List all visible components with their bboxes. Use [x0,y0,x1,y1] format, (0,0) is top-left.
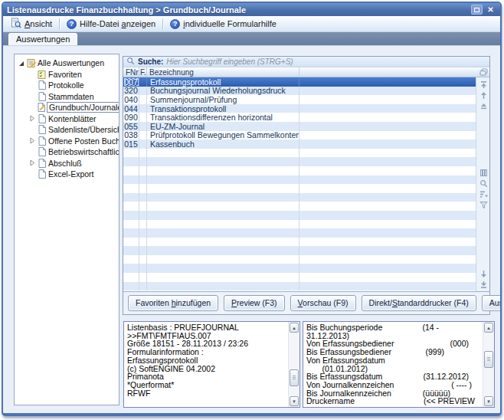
toolbar-button-ansicht[interactable]: Ansicht [6,16,57,31]
tree-item-saldenliste-bersicht[interactable]: Saldenliste/Übersicht [15,124,119,136]
close-window-button[interactable]: ✕ [485,5,496,15]
cell-f [139,157,147,166]
parameter-info-scrollbar[interactable]: ▲ ▼ [483,322,494,407]
cell-name: Summenjournal/Prüfung [147,95,299,104]
scrollbar-thumb[interactable] [290,369,299,386]
table-row-320[interactable]: 320Buchungsjournal Wiederholungsdruck [123,87,476,96]
tree-item-grundbuch-journale[interactable]: Grundbuch/Journale [15,102,119,113]
cell-rest [299,193,476,202]
collapsed-icon[interactable] [27,159,37,166]
table-row-empty[interactable] [123,157,476,166]
columns-icon[interactable] [479,168,488,177]
cell-rest [299,131,476,140]
table-row-015[interactable]: 015Kassenbuch [123,139,476,149]
search-icon[interactable] [479,179,488,188]
tree-item-stammdaten[interactable]: Stammdaten [15,91,119,103]
table-row-empty[interactable] [123,166,476,176]
tree-item-label: Stammdaten [47,92,96,101]
column-header-f[interactable]: F. [139,67,147,77]
scrollbar-thumb[interactable] [484,351,493,368]
cell-fnr [123,246,139,255]
doc-icon [37,136,47,146]
scroll-top-icon[interactable] [479,80,488,89]
tree-item-alle-auswertungen[interactable]: Alle Auswertungen [15,57,119,69]
cell-rest [299,264,476,273]
collapsed-icon[interactable] [27,115,37,122]
tree-item-protokolle[interactable]: Protokolle [15,80,119,91]
preview-f3--button[interactable]: Preview (F3) [224,295,285,311]
table-row-empty[interactable] [123,184,476,193]
content-area: Alle AuswertungenFavoritenProtokolleStam… [3,46,500,413]
favorites-icon [37,70,47,79]
cell-fnr [123,166,139,176]
table-row-empty[interactable] [123,238,476,247]
table-row-040[interactable]: 040Summenjournal/Prüfung [123,95,476,104]
cell-name [147,264,299,273]
tree-item-betriebswirtschaftliche-auswertungen[interactable]: Betriebswirtschaftliche Auswertungen [15,146,119,158]
cell-name [147,273,299,282]
column-header-bezeichnung[interactable]: Bezeichnung [147,67,299,77]
scroll-down-icon[interactable]: ▼ [290,396,299,406]
restore-window-button[interactable] [471,5,483,15]
expanded-icon[interactable] [16,60,26,67]
cell-f [139,264,147,273]
column-header-empty [299,67,489,77]
tree-item-label: Saldenliste/Übersicht [47,125,119,134]
table-row-empty[interactable] [123,149,476,158]
form-info-scrollbar[interactable]: ▲ ▼ [288,322,299,407]
move-down-icon[interactable] [479,269,488,278]
cell-name [147,166,299,176]
table-row-empty[interactable] [123,255,476,264]
cell-name: Transaktionsdifferenzen horizontal [147,113,299,122]
cell-name: Kassenbuch [147,139,299,149]
sort-icon[interactable] [479,189,488,199]
table-row-empty[interactable] [123,193,476,202]
cell-f [139,228,147,238]
table-row-empty[interactable] [123,282,476,291]
doc-edit-icon [37,103,47,112]
auswertung-drucken-button[interactable]: Auswertung drucken [482,295,502,311]
table-row-044[interactable]: 044Transaktionsprotokoll [123,104,476,113]
table-row-empty[interactable] [123,273,476,282]
cell-f [139,87,147,96]
cell-fnr: 007 [123,77,139,87]
table-row-empty[interactable] [123,220,476,229]
tree-item-favoriten[interactable]: Favoriten [15,69,119,80]
collapsed-icon[interactable] [27,137,37,144]
table-row-empty[interactable] [123,211,476,220]
cell-rest [299,139,476,149]
tree-item-kontenbl-tter[interactable]: Kontenblätter [15,113,119,125]
vorschau-f9--button[interactable]: Vorschau (F9) [290,295,356,311]
scroll-up-icon[interactable]: ▲ [484,323,493,333]
table-row-055[interactable]: 055EU-ZM-Journal [123,122,476,131]
tab-auswertungen[interactable]: Auswertungen [8,33,77,45]
tree-item-offene-posten-buchhaltung[interactable]: Offene Posten Buchhaltung [15,136,119,147]
move-up-icon[interactable] [479,90,488,100]
search-bar[interactable]: Suche: Hier Suchbegriff eingeben (STRG+S… [123,57,489,67]
filter-icon[interactable] [479,200,488,209]
cell-fnr [123,238,139,247]
scroll-bottom-icon[interactable] [479,280,488,289]
toolbar-button-formularhilfe[interactable]: ? individuelle Formularhilfe [165,18,281,31]
toolbar-button-hilfe-datei[interactable]: ? Hilfe-Datei anzeigen [62,18,160,31]
table-row-empty[interactable] [123,264,476,273]
cell-f [139,273,147,282]
scroll-up-icon[interactable]: ▲ [290,323,299,333]
direkt-standarddrucker-f4--button[interactable]: Direkt/Standarddrucker (F4) [362,295,476,311]
page-up-icon[interactable] [479,101,488,110]
column-header-fnr[interactable]: FNr [123,67,139,77]
table-row-empty[interactable] [123,246,476,255]
tree-item-abschlu-[interactable]: Abschluß [15,158,119,169]
table-row-090[interactable]: 090Transaktionsdifferenzen horizontal [123,113,476,122]
cell-fnr: 055 [123,122,139,131]
scroll-down-icon[interactable]: ▼ [484,396,493,406]
favoriten-hinzuf-gen-button[interactable]: Favoriten hinzufügen [128,295,218,311]
table-row-empty[interactable] [123,228,476,238]
table-row-empty[interactable] [123,176,476,185]
table-row-007[interactable]: 007Erfassungsprotokoll [123,77,476,87]
tab-band: Auswertungen [3,32,500,46]
table-row-038[interactable]: 038Prüfprotokoll Bewegungen Sammelkonten [123,131,476,140]
tree-item-excel-export[interactable]: Excel-Export [15,169,119,180]
table-row-empty[interactable] [123,202,476,211]
column-chooser-icon[interactable] [479,68,488,77]
